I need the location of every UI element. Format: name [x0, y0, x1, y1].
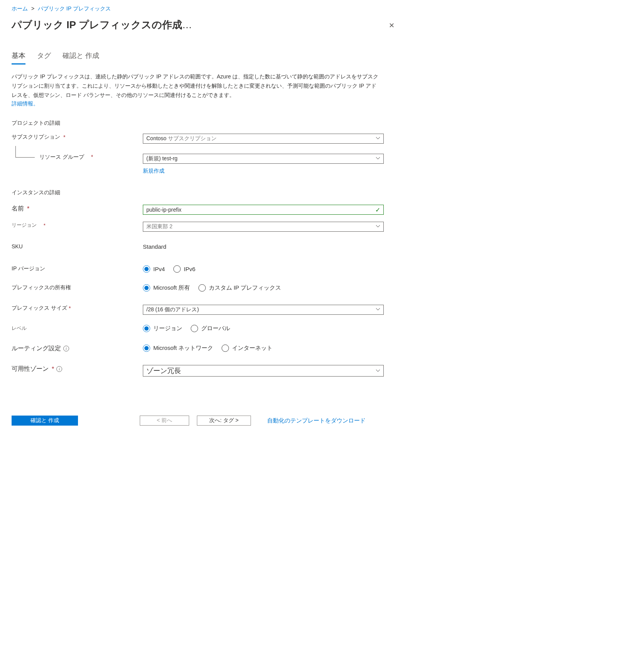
tab-review-create[interactable]: 確認と 作成: [63, 51, 99, 64]
close-icon[interactable]: ✕: [389, 18, 395, 30]
label-region: リージョン *: [12, 222, 143, 229]
label-prefix-ownership: プレフィックスの所有権: [12, 284, 143, 291]
info-icon[interactable]: i: [63, 346, 69, 351]
tab-strip: 基本 タグ 確認と 作成: [12, 51, 402, 64]
info-icon[interactable]: i: [56, 366, 62, 372]
availability-zone-dropdown[interactable]: ゾーン冗長: [143, 365, 384, 377]
resource-group-dropdown[interactable]: (新規) test-rg: [143, 154, 384, 164]
label-availability-zone: 可用性ゾーン* i: [12, 365, 143, 373]
previous-button[interactable]: < 前へ: [140, 416, 189, 426]
chevron-down-icon: [376, 136, 380, 142]
label-ip-version: IP バージョン: [12, 265, 143, 272]
section-instance-details: インスタンスの詳細: [12, 189, 402, 196]
radio-regional[interactable]: リージョン: [143, 325, 182, 332]
section-project-details: プロジェクトの詳細: [12, 120, 402, 127]
label-level: レベル: [12, 325, 143, 332]
description-text: パブリック IP プレフィックスは、連続した静的パブリック IP アドレスの範囲…: [12, 72, 378, 100]
radio-microsoft-network[interactable]: Microsoft ネットワーク: [143, 344, 213, 352]
footer-bar: 確認と 作成 < 前へ 次へ: タグ > 自動化のテンプレートをダウンロード: [12, 416, 394, 426]
sku-value: Standard: [143, 243, 166, 250]
radio-ipv4[interactable]: IPv4: [143, 265, 165, 273]
valid-check-icon: ✓: [375, 206, 380, 214]
breadcrumb-sep: >: [31, 5, 34, 12]
region-dropdown[interactable]: 米国東部 2: [143, 222, 384, 232]
breadcrumb: ホーム > パブリック IP プレフィックス: [12, 5, 402, 12]
chevron-down-icon: [376, 224, 380, 230]
subscription-dropdown[interactable]: Contoso サブスクリプション: [143, 134, 384, 144]
radio-microsoft-owned[interactable]: Microsoft 所有: [143, 284, 190, 292]
page-title: パブリック IP プレフィックスの作成…: [12, 18, 193, 32]
breadcrumb-current[interactable]: パブリック IP プレフィックス: [38, 5, 111, 12]
chevron-down-icon: [376, 156, 380, 162]
label-routing-preference: ルーティング設定 i: [12, 344, 143, 353]
download-template-link[interactable]: 自動化のテンプレートをダウンロード: [267, 417, 366, 424]
chevron-down-icon: [376, 367, 380, 375]
label-prefix-size: プレフィックス サイズ*: [12, 305, 143, 312]
radio-custom-ip-prefix[interactable]: カスタム IP プレフィックス: [198, 284, 281, 292]
chevron-down-icon: [376, 307, 380, 313]
review-create-button[interactable]: 確認と 作成: [12, 416, 78, 426]
learn-more-link[interactable]: 詳細情報。: [12, 100, 39, 107]
tab-tags[interactable]: タグ: [37, 51, 51, 64]
label-subscription: サブスクリプション*: [12, 134, 143, 141]
next-button[interactable]: 次へ: タグ >: [197, 416, 251, 426]
name-input[interactable]: public-ip-prefix ✓: [143, 205, 384, 215]
label-sku: SKU: [12, 243, 143, 249]
label-name: 名前*: [12, 205, 143, 213]
radio-internet[interactable]: インターネット: [222, 344, 273, 352]
prefix-size-dropdown[interactable]: /28 (16 個のアドレス): [143, 305, 384, 315]
tree-connector-icon: [15, 146, 35, 158]
create-new-resource-group-link[interactable]: 新規作成: [143, 168, 164, 174]
breadcrumb-home[interactable]: ホーム: [12, 5, 28, 12]
tab-basics[interactable]: 基本: [12, 51, 25, 64]
radio-global[interactable]: グローバル: [191, 325, 230, 332]
radio-ipv6[interactable]: IPv6: [173, 265, 195, 273]
label-resource-group: リソース グループ *: [12, 154, 143, 161]
